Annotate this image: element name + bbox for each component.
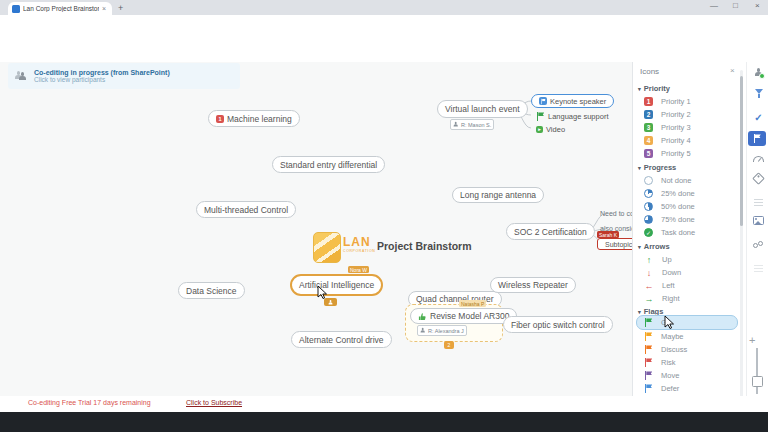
topic-artificial-intelligence-coedited[interactable]: Artificial Intelligence <box>290 274 383 296</box>
window-maximize-button[interactable]: □ <box>733 1 738 10</box>
more-tools-icon[interactable] <box>752 262 765 275</box>
progress-25-icon <box>644 189 653 198</box>
topic-label: Fiber optic switch control <box>511 320 605 330</box>
topic-label: Long range antenna <box>460 190 536 200</box>
resource-label: R: Alexandra J <box>428 328 464 334</box>
boundary-badge: 2 <box>444 341 454 349</box>
icon-75-done[interactable]: 75% done <box>644 214 738 225</box>
topic-alternate-control-drive[interactable]: Alternate Control drive <box>291 331 392 348</box>
icon-flag-move[interactable]: Move <box>644 370 738 381</box>
topic-standard-entry-differential[interactable]: Standard entry differential <box>272 156 385 173</box>
topic-label: Data Science <box>186 286 237 296</box>
topic-wireless-repeater[interactable]: Wireless Repeater <box>490 277 576 293</box>
gauge-icon[interactable] <box>752 152 765 165</box>
section-progress[interactable]: ▾Progress <box>638 163 676 172</box>
topic-label: Multi-threaded Control <box>204 205 288 215</box>
resource-tag-alexandra[interactable]: R: Alexandra J <box>417 325 467 336</box>
topic-label: Machine learning <box>227 114 292 124</box>
participants-icon <box>14 71 28 81</box>
coediting-subtitle[interactable]: Click to view participants <box>34 76 170 83</box>
resource-tag-mason[interactable]: R: Mason S. <box>450 119 494 130</box>
zoom-in-icon[interactable]: + <box>749 334 755 346</box>
topic-label: Artificial Intelligence <box>299 280 374 290</box>
person-icon <box>420 328 424 333</box>
app-menu-bar: Menu Search File ▾ View ▾ Share ▾ MindMa… <box>0 30 768 44</box>
tab-close-icon[interactable]: × <box>102 5 106 12</box>
panel-scrollbar-thumb[interactable] <box>740 76 743 226</box>
topic-label: Revise Model AR300 <box>430 311 509 321</box>
new-tab-button[interactable]: + <box>118 3 123 13</box>
icon-arrow-right[interactable]: →Right <box>644 293 738 304</box>
priority-1-icon: 1 <box>216 115 224 123</box>
green-flag-icon <box>644 318 653 327</box>
lan-corporation-logo[interactable] <box>313 232 341 263</box>
icon-task-done[interactable]: ✓Task done <box>644 227 738 238</box>
icon-flag-go[interactable]: Go <box>644 317 738 328</box>
topic-label: Virtual launch event <box>445 104 520 114</box>
central-topic-title[interactable]: Project Brainstorm <box>377 240 472 252</box>
section-priority[interactable]: ▾Priority <box>638 84 670 93</box>
red-flag-icon <box>644 358 653 367</box>
toolbar: ↶ ↷ + + S + + ✂ × <box>0 43 768 63</box>
notes-icon[interactable] <box>752 196 765 209</box>
topic-video[interactable]: ▸ Video <box>529 123 572 135</box>
topic-revise-model-ar300[interactable]: Revise Model AR300 <box>410 308 517 324</box>
tasks-check-icon[interactable]: ✓ <box>752 111 765 124</box>
green-flag-icon <box>536 112 545 121</box>
icon-50-done[interactable]: 50% done <box>644 201 738 212</box>
panel-close-icon[interactable]: × <box>730 66 735 75</box>
icon-arrow-down[interactable]: ↓Down <box>644 267 738 278</box>
icon-flag-risk[interactable]: Risk <box>644 357 738 368</box>
icon-priority-3[interactable]: 3Priority 3 <box>644 122 738 133</box>
mouse-cursor-arrow <box>317 285 329 300</box>
account-icon[interactable] <box>752 66 765 79</box>
image-icon[interactable] <box>752 214 765 227</box>
windows-taskbar: W A S X S N 4:27 PM 8/6/2019 <box>0 412 768 432</box>
topic-label: SOC 2 Certification <box>514 227 587 237</box>
resource-label: R: Mason S. <box>461 122 491 128</box>
topic-soc2-certification[interactable]: SOC 2 Certification <box>506 223 595 240</box>
left-arrow-icon: ← <box>644 281 654 291</box>
tag-icon[interactable] <box>752 172 765 185</box>
icon-not-done[interactable]: Not done <box>644 175 738 186</box>
screen: { "browser": { "tab_title": "Lan Corp Pr… <box>0 0 768 432</box>
section-arrows[interactable]: ▾Arrows <box>638 242 670 251</box>
browser-url-row: ← → ↻ https://cloud-qa.mindjet.com/?lang… <box>0 15 768 31</box>
purple-flag-icon <box>644 371 653 380</box>
trial-status-text: Co-editing Free Trial 17 days remaining <box>28 399 151 406</box>
icons-panel-title: Icons <box>640 67 659 76</box>
zoom-slider-track[interactable] <box>756 348 758 394</box>
icon-flag-discuss[interactable]: Discuss <box>644 344 738 355</box>
icon-25-done[interactable]: 25% done <box>644 188 738 199</box>
icon-priority-5[interactable]: 5Priority 5 <box>644 148 738 159</box>
up-arrow-icon: ↑ <box>644 255 654 265</box>
topic-label: Language support <box>548 112 608 121</box>
topic-long-range-antenna[interactable]: Long range antenna <box>452 187 544 203</box>
icon-priority-2[interactable]: 2Priority 2 <box>644 109 738 120</box>
topic-fiber-optic-switch-control[interactable]: Fiber optic switch control <box>503 316 613 333</box>
icon-arrow-left[interactable]: ←Left <box>644 280 738 291</box>
icon-flag-defer[interactable]: Defer <box>644 383 738 394</box>
topic-data-science[interactable]: Data Science <box>178 282 245 299</box>
task-done-icon: ✓ <box>644 228 653 237</box>
icon-priority-1[interactable]: 1Priority 1 <box>644 96 738 107</box>
topic-multi-threaded-control[interactable]: Multi-threaded Control <box>196 201 296 218</box>
browser-tab[interactable]: Lan Corp Project Brainstorm.m × <box>8 2 112 15</box>
coediting-banner[interactable]: Co-editing in progress (from SharePoint)… <box>8 63 240 89</box>
topic-machine-learning[interactable]: 1 Machine learning <box>208 110 300 127</box>
flags-tool-icon-active[interactable] <box>748 131 766 146</box>
window-close-button[interactable]: × <box>755 1 760 10</box>
icon-priority-4[interactable]: 4Priority 4 <box>644 135 738 146</box>
icon-flag-maybe[interactable]: Maybe <box>644 331 738 342</box>
window-minimize-button[interactable]: — <box>710 1 718 10</box>
topic-keynote-speaker-selected[interactable]: Keynote speaker <box>531 94 614 108</box>
filter-icon[interactable] <box>752 87 765 100</box>
link-icon[interactable] <box>752 238 765 251</box>
subscribe-link[interactable]: Click to Subscribe <box>186 399 242 406</box>
topic-virtual-launch-event[interactable]: Virtual launch event <box>437 100 528 118</box>
zoom-slider-handle[interactable] <box>752 376 763 387</box>
logo-subtext: CORPORATION <box>343 249 375 253</box>
icon-arrow-up[interactable]: ↑Up <box>644 254 738 265</box>
coeditor-tag-natasha: Natasha P <box>459 300 486 307</box>
topic-language-support[interactable]: Language support <box>529 110 615 123</box>
